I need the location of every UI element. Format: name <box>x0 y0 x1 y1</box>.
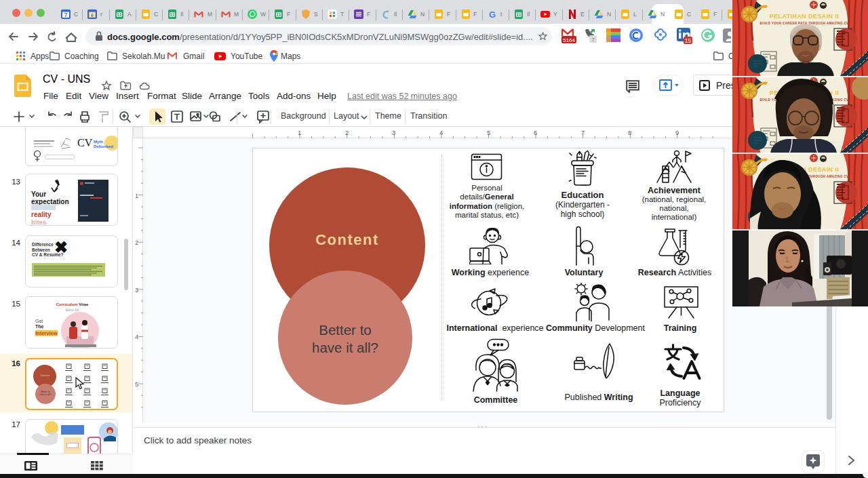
svg-text:15: 15 <box>685 37 692 44</box>
svg-text:5164: 5164 <box>563 37 575 43</box>
svg-text:7: 7 <box>591 37 595 43</box>
svg-text:7: 7 <box>64 12 67 18</box>
svg-text:G: G <box>489 9 496 19</box>
svg-text:6: 6 <box>91 12 94 18</box>
svg-text:PELATIHAN DESAIN II: PELATIHAN DESAIN II <box>770 13 839 20</box>
